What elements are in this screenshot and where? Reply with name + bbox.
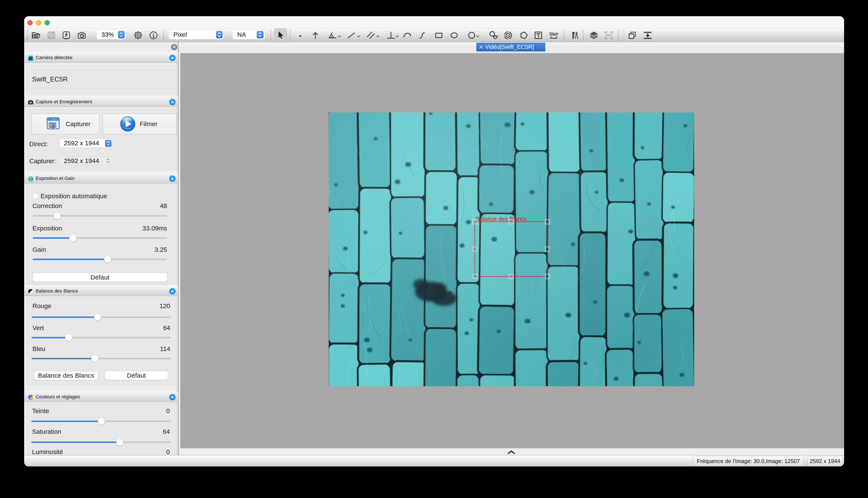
svg-text:CSV: CSV — [606, 34, 612, 37]
svg-text:10um: 10um — [549, 31, 558, 36]
svg-text:Balance des Blancs: Balance des Blancs — [476, 216, 527, 222]
